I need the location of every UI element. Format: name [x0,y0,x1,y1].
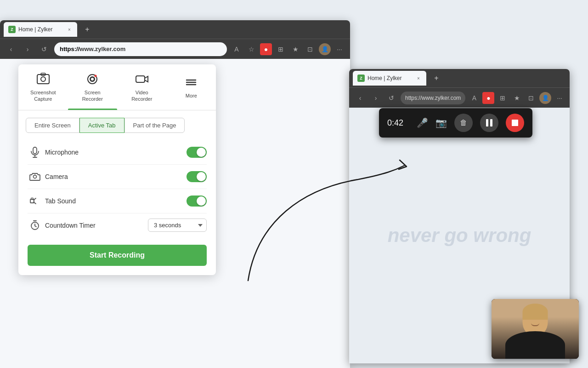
tab-close-button[interactable]: × [66,26,73,33]
svg-rect-0 [37,75,49,84]
rec-toolbar-icons: A ● ⊞ ★ ⊡ 👤 ··· [468,92,565,104]
recording-stop-button[interactable] [506,114,524,132]
extension-popup: ScreenshotCapture ScreenRecorder Video [18,64,216,275]
browser-toolbar: ‹ › ↺ https://www.zylker.com A ☆ ● ⊞ ★ ⊡… [0,39,350,59]
start-recording-button[interactable]: Start Recording [28,245,207,266]
microphone-toggle[interactable] [187,147,207,158]
countdown-setting: Countdown Timer 3 seconds No Countdown 5… [28,213,207,237]
camera-preview-inner [492,299,579,359]
recording-browser-tab[interactable]: Z Home | Zylker × [353,71,426,86]
bookmark-icon[interactable]: ☆ [245,43,257,55]
profile-avatar[interactable]: 👤 [319,43,331,55]
address-url: https://www.zylker.com [60,46,125,52]
recording-pause-button[interactable] [480,114,498,132]
screen-recorder-icon [85,72,100,86]
recording-tab-close[interactable]: × [415,75,422,81]
tab-sound-label: Tab Sound [45,197,187,205]
extension-active-icon[interactable]: ● [260,43,272,55]
recording-page-bg-text: never go wrong [388,224,531,247]
new-tab-button[interactable]: + [81,23,94,36]
microphone-icon [28,145,42,160]
refresh-button[interactable]: ↺ [38,43,51,56]
camera-setting: Camera [28,165,207,189]
recording-mic-icon: 🎤 [417,117,428,128]
tab-favicon: Z [8,26,16,33]
rec-profile-avatar[interactable]: 👤 [539,92,551,104]
countdown-icon [28,218,42,233]
camera-label: Camera [45,173,187,180]
camera-icon [28,169,42,184]
browser-titlebar: Z Home | Zylker × + [0,20,350,39]
browser-tab[interactable]: Z Home | Zylker × [4,22,77,37]
toolbar-icons: A ☆ ● ⊞ ★ ⊡ 👤 ··· [231,43,345,55]
camera-preview [492,299,579,359]
rec-forward-button[interactable]: › [369,92,382,104]
tab-title: Home | Zylker [18,26,63,33]
tab-sound-toggle[interactable] [187,196,207,207]
capture-tabs: Entire Screen Active Tab Part of the Pag… [18,110,216,133]
back-button[interactable]: ‹ [5,43,17,56]
svg-line-21 [35,226,36,227]
rec-back-button[interactable]: ‹ [354,92,367,104]
popup-nav: ScreenshotCapture ScreenRecorder Video [18,64,216,110]
rec-refresh-button[interactable]: ↺ [385,92,398,104]
recording-tab-title: Home | Zylker [368,75,413,81]
address-bar[interactable]: https://www.zylker.com [54,42,227,56]
recording-browser-titlebar: Z Home | Zylker × + [349,69,570,87]
nav-screen-recorder-label: ScreenRecorder [82,89,103,103]
countdown-select[interactable]: 3 seconds No Countdown 5 seconds 10 seco… [148,218,207,232]
microphone-setting: Microphone [28,140,207,165]
person-body [505,331,565,359]
active-tab-tab[interactable]: Active Tab [79,118,124,133]
rec-more-icon[interactable]: ··· [554,92,565,104]
more-options-icon[interactable]: ··· [334,43,345,55]
favorites-icon[interactable]: ★ [289,43,301,55]
rec-translate-icon[interactable]: A [468,92,480,104]
collections-icon[interactable]: ⊡ [304,43,316,55]
recording-delete-button[interactable]: 🗑 [454,114,473,132]
translate-icon[interactable]: A [231,43,243,55]
more-icon [184,75,198,90]
recording-new-tab[interactable]: + [430,72,443,85]
screenshot-icon [36,72,51,86]
recording-controls-bar: 0:42 🎤 📷 🗑 [379,108,532,138]
svg-rect-24 [490,119,492,126]
svg-rect-7 [136,76,145,82]
part-of-page-tab[interactable]: Part of the Page [124,118,185,133]
person-silhouette [492,299,579,359]
address-domain: https:// [60,46,79,52]
nav-screen-recorder[interactable]: ScreenRecorder [68,64,118,110]
nav-video-recorder[interactable]: VideoRecorder [117,64,167,110]
recording-address-bar[interactable]: https://www.zylker.com [401,92,465,104]
svg-point-5 [91,78,94,80]
nav-screenshot-capture[interactable]: ScreenshotCapture [18,64,68,110]
rec-recording-indicator[interactable]: ● [482,92,494,104]
forward-button[interactable]: › [21,43,34,56]
puzzle-icon[interactable]: ⊞ [275,43,287,55]
nav-screenshot-label: ScreenshotCapture [30,89,56,103]
nav-more-label: More [186,92,197,99]
nav-more[interactable]: More [167,64,216,110]
svg-point-6 [95,75,97,77]
recording-url: https://www.zylker.com [405,95,461,101]
camera-toggle[interactable] [187,171,207,182]
tab-sound-setting: Tab Sound [28,189,207,213]
entire-screen-tab[interactable]: Entire Screen [26,118,79,133]
tab-sound-icon [28,194,42,208]
svg-rect-11 [33,147,37,154]
svg-rect-25 [512,120,518,126]
countdown-label: Countdown Timer [45,222,148,229]
svg-rect-23 [486,119,488,126]
recording-browser-toolbar: ‹ › ↺ https://www.zylker.com A ● ⊞ ★ ⊡ 👤… [349,87,570,108]
recording-tab-favicon: Z [357,75,365,82]
rec-collections-icon[interactable]: ⊡ [525,92,537,104]
nav-video-recorder-label: VideoRecorder [131,89,152,103]
recording-timer: 0:42 [387,118,409,128]
svg-point-14 [34,175,37,178]
rec-extensions-icon[interactable]: ⊞ [497,92,509,104]
rec-favorites-icon[interactable]: ★ [511,92,523,104]
video-recorder-icon [135,72,149,86]
recording-cam-icon: 📷 [435,117,447,128]
settings-section: Microphone Camera [18,133,216,245]
microphone-label: Microphone [45,149,187,156]
